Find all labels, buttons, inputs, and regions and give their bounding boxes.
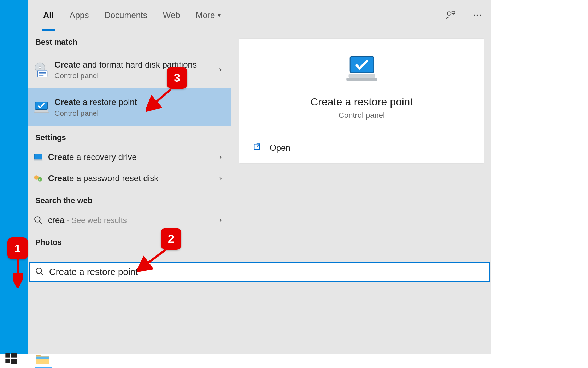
svg-rect-9 [39,75,44,76]
group-header-settings: Settings [28,126,231,146]
svg-rect-27 [11,353,17,357]
search-bar[interactable] [29,262,490,282]
svg-point-0 [447,12,451,15]
tab-documents-label: Documents [104,10,147,20]
svg-point-18 [35,217,40,222]
result-create-restore-point[interactable]: Create a restore point Control panel [28,88,231,126]
recovery-drive-icon [32,151,45,163]
svg-point-24 [36,268,41,273]
taskbar-left-strip [0,0,28,354]
svg-rect-31 [36,357,49,359]
result-title: crea - See web results [48,215,216,225]
tab-more-label: More [196,10,215,20]
svg-rect-26 [5,353,10,358]
svg-rect-13 [34,154,42,159]
group-header-photos: Photos [28,231,231,251]
search-body: Best match Create and format [28,30,491,354]
search-tabs: All Apps Documents Web More ▾ [28,0,491,30]
preview-open-action[interactable]: Open [239,132,484,163]
svg-rect-8 [39,73,46,74]
svg-rect-7 [39,72,46,73]
more-options-icon[interactable] [470,8,484,22]
svg-line-19 [39,221,42,224]
preview-title: Create a restore point [246,96,477,108]
chevron-down-icon: ▾ [218,11,221,19]
feedback-icon[interactable] [443,8,458,22]
file-explorer-button[interactable] [35,352,53,368]
start-button[interactable] [4,352,20,368]
monitor-check-icon [342,52,381,89]
chevron-right-icon[interactable]: › [216,174,225,183]
tab-web-label: Web [163,10,180,20]
group-header-search-web: Search the web [28,189,231,209]
svg-point-16 [38,177,42,182]
annotation-badge-2: 2 [161,228,181,250]
result-title: Create and format hard disk partitions [54,59,216,70]
svg-point-5 [39,67,41,69]
password-reset-icon [32,172,45,185]
result-subtitle: Control panel [54,71,216,80]
tab-documents[interactable]: Documents [96,0,155,30]
result-title: Create a password reset disk [48,173,216,184]
preview-column: Create a restore point Control panel Ope… [231,30,491,354]
svg-rect-12 [34,112,49,113]
preview-open-label: Open [270,143,290,153]
annotation-badge-1: 1 [7,237,28,259]
chevron-right-icon[interactable]: › [216,153,225,162]
preview-subtitle: Control panel [246,111,477,120]
result-create-recovery-drive[interactable]: Create a recovery drive › [28,146,231,168]
tab-all[interactable]: All [35,0,62,30]
search-panel: All Apps Documents Web More ▾ [28,0,491,354]
tab-all-label: All [43,10,54,20]
preview-card: Create a restore point Control panel Ope… [239,38,484,164]
annotation-badge-3: 3 [167,67,187,89]
svg-rect-29 [11,359,17,364]
tab-more[interactable]: More ▾ [188,0,229,30]
chevron-right-icon[interactable]: › [216,65,225,74]
svg-point-3 [480,15,482,16]
tab-apps-label: Apps [70,10,89,20]
tab-web[interactable]: Web [155,0,188,30]
svg-rect-11 [35,110,48,112]
search-icon [35,267,45,277]
search-icon [32,214,45,226]
result-create-password-reset-disk[interactable]: Create a password reset disk › [28,168,231,189]
svg-rect-17 [39,179,40,180]
svg-rect-14 [34,159,43,161]
hard-disk-icon [32,60,51,79]
result-create-format-partitions[interactable]: Create and format hard disk partitions C… [28,51,231,88]
svg-rect-28 [5,359,10,363]
svg-rect-21 [348,74,375,78]
result-title: Create a restore point [54,97,225,108]
svg-rect-22 [346,78,377,81]
chevron-right-icon[interactable]: › [216,215,225,225]
svg-point-2 [477,15,478,16]
result-subtitle: Control panel [54,109,225,117]
tabs-right-actions [443,0,484,30]
search-input[interactable] [49,266,484,277]
result-web-search[interactable]: crea - See web results › [28,209,231,231]
monitor-check-icon [32,98,51,117]
results-column: Best match Create and format [28,30,231,354]
open-icon [253,142,262,154]
tab-apps[interactable]: Apps [62,0,97,30]
svg-line-25 [41,272,43,275]
svg-point-1 [474,15,475,16]
result-title: Create a recovery drive [48,152,216,162]
group-header-best-match: Best match [28,30,231,51]
